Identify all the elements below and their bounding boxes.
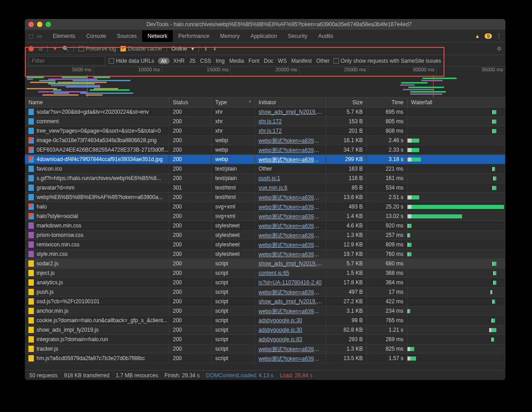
table-row[interactable]: hm.js?a6cd05879da2fa97c7b3e27d0b7f88bc 2… [25,354,505,363]
table-row[interactable]: show_ads_impl_fy2019.js 200 script adsby… [25,325,505,335]
initiator-link[interactable]: adsbygoogle.js:30 [259,317,302,324]
initiator-link[interactable]: vue.min.js:6 [259,185,287,191]
warning-count[interactable]: 9 [485,33,492,39]
filter-type-css[interactable]: CSS [200,58,211,64]
table-row[interactable]: osd.js?cb=%2Fr20100101 200 script show_a… [25,297,505,306]
initiator-link[interactable]: webp测试?token=a63900... [259,356,324,362]
table-row[interactable]: anchor.min.js 200 script webp测试?token=a6… [25,306,505,316]
table-row[interactable]: sodar2.js 200 script show_ads_impl_fy201… [25,259,505,268]
initiator-link[interactable]: webp测试?token=a63900... [259,213,324,220]
table-row[interactable]: s.gif?l=https://halo.run/archives/webp%E… [25,174,505,183]
tab-network[interactable]: Network [142,30,173,42]
search-icon[interactable]: 🔍 [62,46,69,52]
table-row[interactable]: inject.js 200 script content.js:65 1.5 K… [25,268,505,278]
col-type[interactable]: Type [212,97,255,107]
initiator-link[interactable]: show_ads_impl_fy2019.js... [259,298,325,305]
initiator-link[interactable]: webp测试?token=a63900... [259,157,324,163]
tab-performance[interactable]: Performance [173,30,215,42]
disable-cache-checkbox[interactable]: Disable cache [120,46,162,52]
initiator-link[interactable]: webp测试?token=a63900... [259,204,324,210]
table-row[interactable]: favicon.ico 200 text/plain Other 163 B 2… [25,164,505,174]
table-row[interactable]: comment 200 xhr xhr.js:172 153 B 805 ms [25,117,505,126]
initiator-link[interactable]: xhr.js:172 [259,128,282,134]
initiator-link[interactable]: webp测试?token=a63900... [259,194,324,201]
tab-application[interactable]: Application [245,30,282,42]
samesite-checkbox[interactable]: Only show requests with SameSite issues [333,58,441,64]
initiator-link[interactable]: webp测试?token=a63900... [259,251,324,258]
initiator-link[interactable]: webp测试?token=a63900... [259,223,324,229]
record-button[interactable] [28,46,34,51]
initiator-link[interactable]: webp测试?token=a63900... [259,138,324,144]
table-row[interactable]: analytics.js 200 script js?id=UA-1107804… [25,278,505,287]
filter-type-xhr[interactable]: XHR [173,58,185,64]
table-row[interactable]: markdown.min.css 200 stylesheet webp测试?t… [25,221,505,231]
table-row[interactable]: push.js 200 script webp测试?token=a63900..… [25,287,505,297]
filter-input[interactable] [28,56,105,65]
maximize-button[interactable] [46,22,51,27]
filter-type-doc[interactable]: Doc [264,58,273,64]
col-initiator[interactable]: Initiator [255,97,326,107]
initiator-link[interactable]: push.js:1 [259,175,280,181]
table-row[interactable]: halo?style=social 200 svg+xml webp测试?tok… [25,212,505,221]
clear-button[interactable]: ⊘ [38,46,43,52]
overview-timeline[interactable]: 5000 ms10000 ms15000 ms20000 ms25000 ms3… [25,67,505,97]
filter-type-media[interactable]: Media [229,58,244,64]
throttling-select[interactable]: Online ▾ [171,46,194,52]
table-row[interactable]: remixicon.min.css 200 stylesheet webp测试?… [25,240,505,250]
table-row[interactable]: 4download-df4f4c79f07844ccaf91e39334ae35… [25,155,505,164]
table-row[interactable]: prism-tomorrow.css 200 stylesheet webp测试… [25,231,505,240]
tab-memory[interactable]: Memory [215,30,245,42]
initiator-link[interactable]: webp测试?token=a63900... [259,308,324,315]
initiator-link[interactable]: webp测试?token=a63900... [259,147,324,153]
tab-sources[interactable]: Sources [111,30,142,42]
filter-type-ws[interactable]: WS [278,58,287,64]
table-row[interactable]: gravatar?d=mm 301 text/html vue.min.js:6… [25,183,505,193]
col-waterfall[interactable]: Waterfall [407,97,505,107]
table-row[interactable]: 0EF603AA24EE426BC88255A4728E373B-271f3d0… [25,145,505,155]
initiator-link[interactable]: show_ads_impl_fy2019.js... [259,109,325,115]
tab-elements[interactable]: Elements [47,30,81,42]
warning-icon[interactable]: ▲ [475,33,480,39]
tab-security[interactable]: Security [282,30,313,42]
hide-data-urls-checkbox[interactable]: Hide data URLs [109,58,154,64]
col-name[interactable]: Name [25,97,169,107]
initiator-link[interactable]: adsbygoogle.js:83 [259,336,302,343]
table-row[interactable]: integrator.js?domain=halo.run 200 script… [25,335,505,344]
table-row[interactable]: webp%E6%B5%8B%E8%AF%95?token=a63900a... … [25,193,505,202]
filter-toggle-icon[interactable]: ▼ [52,46,58,52]
table-row[interactable]: image-0c7a018e73f74634a534fa3ba8806628.p… [25,136,505,145]
filter-type-img[interactable]: Img [216,58,225,64]
device-toggle-icon[interactable]: ▭ [37,33,42,39]
settings-icon[interactable]: ⚙ [497,46,502,52]
filter-type-manifest[interactable]: Manifest [291,58,311,64]
initiator-link[interactable]: webp测试?token=a63900... [259,232,324,239]
initiator-link[interactable]: xhr.js:172 [259,118,282,125]
col-status[interactable]: Status [169,97,212,107]
more-icon[interactable]: ⋮ [496,33,502,39]
initiator-link[interactable]: content.js:65 [259,270,289,276]
request-table[interactable]: sodar?sv=200&tid=gda&tv=r20200224&st=env… [25,107,505,370]
close-button[interactable] [28,22,34,27]
download-icon[interactable]: ⬇ [213,46,217,52]
initiator-link[interactable]: webp测试?token=a63900... [259,346,324,352]
filter-type-other[interactable]: Other [316,58,330,64]
initiator-link[interactable]: webp测试?token=a63900... [259,242,324,248]
col-size[interactable]: Size [326,97,367,107]
table-row[interactable]: tree_view?pages=0&page=0&sort=&size=5&to… [25,126,505,136]
tab-console[interactable]: Console [81,30,111,42]
table-row[interactable]: style.min.css 200 stylesheet webp测试?toke… [25,250,505,259]
upload-icon[interactable]: ⬆ [204,46,208,52]
minimize-button[interactable] [37,22,42,27]
initiator-link[interactable]: show_ads_impl_fy2019.js... [259,260,325,267]
tab-audits[interactable]: Audits [313,30,338,42]
inspect-icon[interactable]: ⬚ [28,33,33,39]
table-row[interactable]: halo 200 svg+xml webp测试?token=a63900... … [25,202,505,212]
initiator-link[interactable]: adsbygoogle.js:30 [259,327,302,333]
filter-type-font[interactable]: Font [249,58,259,64]
initiator-link[interactable]: webp测试?token=a63900... [259,289,324,296]
filter-all[interactable]: All [158,58,170,64]
initiator-link[interactable]: js?id=UA-110780416-2:40 [259,279,322,286]
table-row[interactable]: cookie.js?domain=halo.run&callback=_gfp_… [25,316,505,325]
filter-type-js[interactable]: JS [189,58,195,64]
col-time[interactable]: Time [367,97,407,107]
